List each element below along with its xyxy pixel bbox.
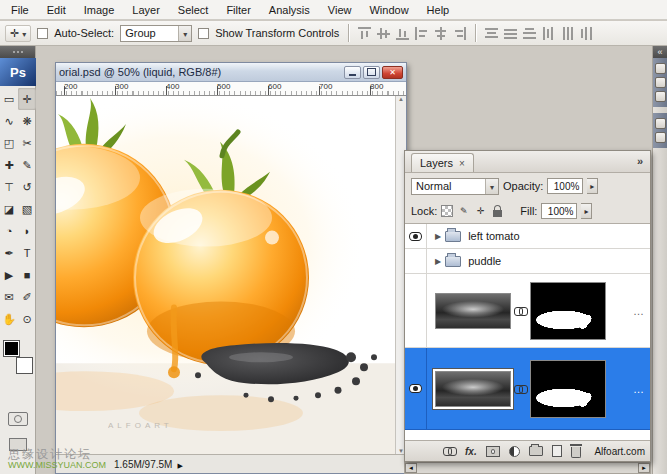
show-transform-controls-checkbox[interactable] [198,28,209,39]
tool-preset-picker[interactable] [5,25,31,42]
gradient-tool[interactable]: ▧ [18,198,36,220]
expand-triangle-icon[interactable] [435,257,441,266]
scroll-up-arrow[interactable] [398,96,404,102]
maximize-button[interactable] [363,66,380,79]
opacity-slider-arrow[interactable] [587,178,598,194]
lock-transparency-icon[interactable] [441,205,453,217]
menu-image[interactable]: Image [75,1,124,19]
visibility-toggle[interactable] [405,249,427,273]
dodge-tool[interactable]: ◗ [18,220,36,242]
visibility-toggle[interactable] [405,348,427,429]
align-left-edges-icon[interactable] [415,27,428,40]
layer-thumbnail[interactable] [435,371,511,407]
distribute-left-edges-icon[interactable] [542,27,555,40]
dock-panel-icon[interactable] [655,132,666,143]
move-tool[interactable]: ✛ [18,88,36,110]
healing-brush-tool[interactable]: ✚ [0,154,18,176]
dock-panel-icon[interactable] [655,118,666,129]
layer-mask-thumbnail[interactable] [530,360,606,418]
horizontal-scrollbar[interactable] [404,462,651,474]
dock-panel-icon[interactable] [655,77,666,88]
menu-view[interactable]: View [319,1,361,19]
scroll-right-arrow[interactable] [638,463,650,473]
fill-slider-arrow[interactable] [581,203,592,219]
distribute-bottom-edges-icon[interactable] [523,27,536,40]
crop-tool[interactable]: ◰ [0,132,18,154]
expand-triangle-icon[interactable] [435,232,441,241]
distribute-vertical-centers-icon[interactable] [504,27,517,40]
slice-tool[interactable]: ✂ [18,132,36,154]
foreground-color-swatch[interactable] [3,340,20,357]
shape-tool[interactable]: ■ [18,264,36,286]
layer-mask-thumbnail[interactable] [530,282,606,340]
type-tool[interactable]: T [18,242,36,264]
delete-layer-icon[interactable] [571,447,581,458]
menu-layer[interactable]: Layer [123,1,169,19]
layer-row-left-tomato[interactable]: left tomato [405,224,650,249]
opacity-value[interactable]: 100% [547,178,583,194]
close-tab-icon[interactable]: × [459,158,465,169]
layer-row-masked[interactable]: … [405,274,650,348]
expand-dock-button[interactable] [653,46,667,58]
layer-row-puddle[interactable]: puddle [405,249,650,274]
lasso-tool[interactable]: ∿ [0,110,18,132]
status-popup-arrow[interactable] [177,459,182,470]
layer-row-selected[interactable]: … [405,348,650,430]
auto-select-checkbox[interactable] [37,28,48,39]
menu-file[interactable]: File [2,1,38,19]
distribute-top-edges-icon[interactable] [485,27,498,40]
eyedropper-tool[interactable]: ✐ [18,286,36,308]
menu-help[interactable]: Help [418,1,459,19]
eraser-tool[interactable]: ◪ [0,198,18,220]
tab-layers[interactable]: Layers × [411,153,474,172]
visibility-toggle[interactable] [405,274,427,347]
lock-pixels-icon[interactable] [457,205,470,218]
lock-position-icon[interactable] [474,205,487,218]
fill-value[interactable]: 100% [541,203,577,219]
blend-mode-dropdown[interactable]: Normal [411,178,499,195]
menu-analysis[interactable]: Analysis [260,1,319,19]
document-title-bar[interactable]: orial.psd @ 50% (liquid, RGB/8#) [56,63,406,82]
menu-window[interactable]: Window [360,1,417,19]
clone-stamp-tool[interactable]: ⊤ [0,176,18,198]
close-button[interactable] [382,66,403,79]
history-brush-tool[interactable]: ↺ [18,176,36,198]
notes-tool[interactable]: ✉ [0,286,18,308]
auto-select-group-dropdown[interactable]: Group [120,25,192,42]
add-layer-mask-icon[interactable] [486,446,500,457]
menu-edit[interactable]: Edit [38,1,75,19]
menu-filter[interactable]: Filter [217,1,259,19]
scroll-left-arrow[interactable] [405,463,417,473]
canvas[interactable]: ALFOART [56,96,395,454]
visibility-toggle[interactable] [405,224,427,248]
distribute-horizontal-centers-icon[interactable] [561,27,574,40]
dock-panel-icon[interactable] [655,91,666,102]
new-group-icon[interactable] [529,446,543,456]
brush-tool[interactable]: ✎ [18,154,36,176]
mask-link-icon[interactable] [514,307,527,315]
layer-thumbnail[interactable] [435,293,511,329]
quick-mask-button[interactable] [8,412,28,426]
adjustment-layer-icon[interactable] [509,446,520,457]
minimize-button[interactable] [344,66,361,79]
align-right-edges-icon[interactable] [453,27,466,40]
pen-tool[interactable]: ✒ [0,242,18,264]
hand-tool[interactable]: ✋ [0,308,18,330]
new-layer-icon[interactable] [552,445,562,457]
align-bottom-edges-icon[interactable] [396,27,409,40]
zoom-tool[interactable]: ⊙ [18,308,36,330]
link-layers-icon[interactable] [443,447,456,455]
lock-all-icon[interactable] [493,210,502,217]
quick-selection-tool[interactable]: ❋ [18,110,36,132]
path-selection-tool[interactable]: ▶ [0,264,18,286]
rectangular-marquee-tool[interactable]: ▭ [0,88,18,110]
blur-tool[interactable]: ◔ [0,220,18,242]
align-horizontal-centers-icon[interactable] [434,27,447,40]
mask-link-icon[interactable] [514,385,527,393]
layer-style-icon[interactable]: fx. [465,446,477,457]
align-top-edges-icon[interactable] [358,27,371,40]
panel-collapse-arrows-icon[interactable]: » [637,155,643,167]
distribute-right-edges-icon[interactable] [580,27,593,40]
align-vertical-centers-icon[interactable] [377,27,390,40]
menu-select[interactable]: Select [169,1,218,19]
